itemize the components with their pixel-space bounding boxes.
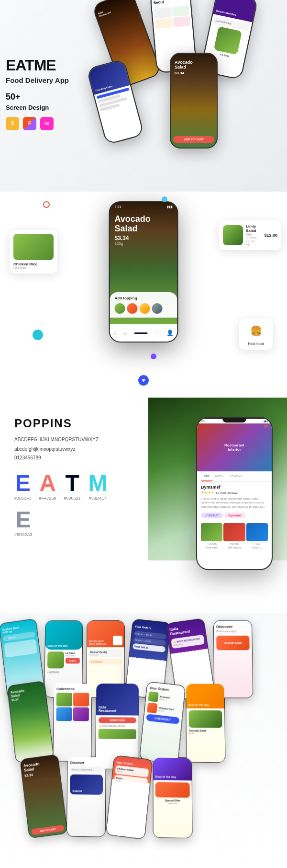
photo-item-1[interactable]: FOODS 94 photos [201,523,222,549]
mockup-row-3: AvocadoSalad $3.34 ADD TO CART Discover … [23,756,287,840]
chicken-image [13,234,54,260]
salad-card[interactable]: Limiy Salad With cheese sauce +3 $12.00 [219,220,281,250]
photo-foods-count: 94 photos [201,546,222,549]
nav-search[interactable]: ⌕ [124,330,127,336]
photo-foo-label: FOO [246,542,268,545]
goto-button[interactable]: Bymsmef [225,513,245,518]
typography-section: POPPINS ABCDEFGHIJKLMNOPQRSTUVWXYZ abcde… [0,398,287,613]
phone-n: Your Orders Chicken Salad $14.50 Pasta $… [106,755,153,840]
color-hex-a: #FA7268 [39,496,56,501]
fastfood-label: Fast food [243,342,269,346]
topping-1[interactable] [115,303,125,314]
fastfood-card[interactable]: 🍔 Fast food [239,319,273,350]
restaurant-stars: ★★★★ 4.7 (526 Reviews) [197,491,272,495]
photo-foods-label: FOODS [201,542,222,545]
phone-mockup-5: AvocadoSalad $3.34 ADD TO CART [170,53,218,148]
phone-notch [222,419,246,423]
tab-info[interactable]: Info [201,471,212,481]
deco-heart: ♥ [138,375,149,386]
color-letter-e: E [14,472,32,495]
nav-home[interactable]: ⌂ [113,330,117,336]
xd-icon: Xd [40,117,54,130]
phone-m: Discover Search restaurants... Featured [66,756,106,837]
topping-section: Add topping [110,292,177,318]
restaurant-screen: 9:41▮▮▮ RestaurantInterior ♥ Info Menu R… [197,419,272,570]
color-palette: E #3855F3 A #FA7268 T #000521 M #38D4E4 … [14,472,120,537]
font-numbers: 0123456789 [14,455,129,460]
deco-dot-large [33,330,43,340]
typography-left: POPPINS ABCDEFGHIJKLMNOPQRSTUVWXYZ abcde… [14,417,139,537]
topping-4[interactable] [152,303,163,314]
chicken-card[interactable]: Chicken Rice La Casa [10,230,57,274]
food-info: Avocado Salad $3.34 325g [110,209,177,246]
center-phone: 9:41 ▮▮▮ Avocado Salad $3.34 325g Add to… [109,201,178,343]
font-name: POPPINS [14,417,129,430]
salad-price: $12.00 [264,233,277,238]
photo-foo [246,523,268,541]
phone-j: Your Orders Avocado $8.50 C [139,681,186,764]
tab-reviews[interactable]: Reviews [226,471,244,481]
color-hex-e: #3855F3 [14,496,32,501]
salad-image [223,225,243,245]
chicken-name: Chicken Rice [13,262,54,266]
deco-dot-purple [151,354,156,359]
color-hex-m: #38D4E4 [88,496,108,501]
photo-foo-count: 34 pho... [246,546,268,549]
mockups-perspective-wrapper: Explore foodwith us 🔍 Search Deal of the… [0,613,287,845]
heart-icon[interactable]: ♥ [264,423,268,430]
hero-section: EATME Food Delivery App 50+ Screen Desig… [0,0,287,192]
active-indicator [134,332,147,334]
salad-rating: +3 [246,243,261,246]
photo-item-2[interactable]: VIEWS 188 photos [223,523,245,549]
phones-group-top: ItaliaRestaurant $499 Welcome toSeoul [91,0,287,182]
hero-text: EATME Food Delivery App 50+ Screen Desig… [6,57,69,130]
topping-2[interactable] [127,303,138,314]
typography-right: 9:41▮▮▮ RestaurantInterior ♥ Info Menu R… [139,417,273,570]
color-t-dark: T #000521 [64,472,81,501]
color-a-red: A #FA7268 [39,472,56,501]
color-letter-a: A [39,472,56,495]
livechat-button[interactable]: LIVECHAT [201,513,223,518]
salad-name: Limiy Salad [246,224,261,233]
status-bar: 9:41 ▮▮▮ [110,202,177,209]
restaurant-phone: 9:41▮▮▮ RestaurantInterior ♥ Info Menu R… [196,417,273,570]
brand-name: EATME [6,57,69,73]
color-m-cyan: M #38D4E4 [88,472,108,501]
phone-l: AvocadoSalad $3.34 ADD TO CART [20,754,67,838]
figma-icon: F [23,117,36,130]
font-lowercase: abcdefghijklmnopqrstuvwxyz [14,445,129,453]
photo-item-3[interactable]: FOO 34 pho... [246,523,268,549]
topping-3[interactable] [140,303,150,314]
tab-menu[interactable]: Menu [212,471,227,481]
font-uppercase: ABCDEFGHIJKLMNOPQRSTUVWXYZ [14,436,129,444]
color-e-blue: E #3855F3 [14,472,32,501]
restaurant-tabs: Info Menu Reviews [197,471,272,482]
color-letter-t: T [64,472,81,495]
nav-user[interactable]: 👤 [166,330,174,336]
resto-hero-image: RestaurantInterior ♥ [197,423,272,471]
fastfood-icon: 🍔 [247,322,265,340]
color-letter-m: M [88,472,108,495]
photo-grid: FOODS 94 photos VIEWS 188 photos FOO 34 … [197,520,272,552]
restaurant-buttons: LIVECHAT Bymsmef [197,511,272,520]
chicken-restaurant: La Casa [13,266,54,270]
nav-heart[interactable]: ♡ [155,330,160,336]
food-weight: 325g [115,241,173,246]
brand-tagline: Food Delivery App [6,76,69,85]
salad-description: With cheese sauce [246,233,261,243]
deco-dot-2 [162,196,167,202]
color-e-gray: E #8D92A3 [14,508,33,537]
mockups-section: Explore foodwith us 🔍 Search Deal of the… [0,613,287,867]
food-name: Avocado Salad [115,215,173,234]
salad-info: Limiy Salad With cheese sauce +3 [246,224,261,246]
sketch-icon: S [6,117,19,130]
color-letter-e2: E [14,508,33,531]
tool-badges: S F Xd [6,117,69,130]
phone-h: Collections [53,683,92,762]
restaurant-description: This is a list of Italian dishes and foo… [197,495,272,511]
screen-count: 50+ Screen Design [6,92,69,112]
phone-o: Deal of the day Special Offer Today only… [153,757,192,839]
phone-k: Deal of the day Avocado Salad $3.34 [186,683,225,763]
feature-section: × ✓ Chicken Rice La Casa 9:41 ▮▮▮ Avocad… [0,192,287,398]
color-hex-e2: #8D92A3 [14,532,33,537]
